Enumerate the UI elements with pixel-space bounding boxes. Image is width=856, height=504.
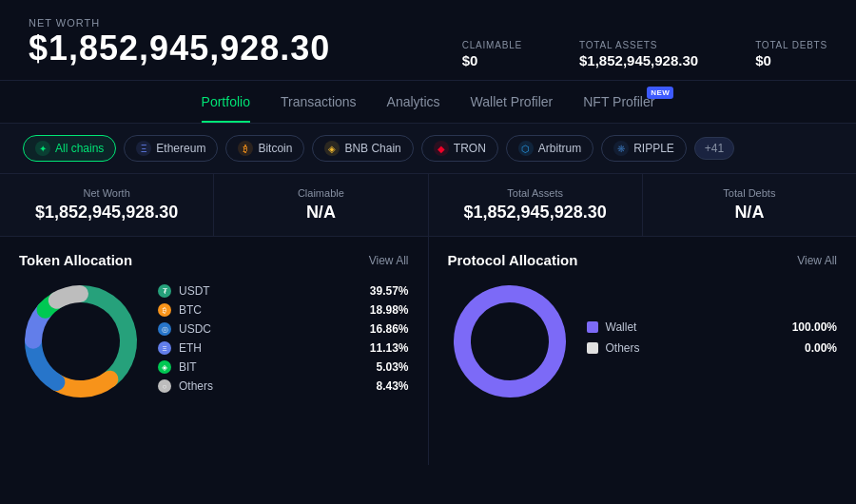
chain-btn-ethereum[interactable]: ΞEthereum (124, 135, 218, 162)
top-stats: CLAIMABLE$0TOTAL ASSETS$1,852,945,928.30… (462, 40, 827, 68)
protocol-dot (587, 321, 598, 333)
protocol-name: Others (606, 341, 773, 355)
legend-dot: ₿ (158, 303, 171, 317)
legend-item: Ξ ETH 11.13% (158, 341, 409, 355)
chain-btn-bitcoin[interactable]: ₿Bitcoin (225, 135, 304, 162)
legend-item: ○ Others 8.43% (158, 379, 409, 393)
protocol-legend-item: Wallet 100.00% (587, 320, 838, 334)
top-bar: NET WORTH $1,852,945,928.30 CLAIMABLE$0T… (0, 0, 856, 81)
top-stat-block: TOTAL DEBTS$0 (755, 40, 827, 68)
legend-name: BTC (179, 303, 354, 317)
legend-name: Others (179, 379, 354, 393)
top-stat-block: TOTAL ASSETS$1,852,945,928.30 (579, 40, 698, 68)
legend-dot: ◈ (158, 360, 171, 374)
token-chart-area: ₮ USDT 39.57% ₿ BTC 18.98% ◎ USDC 16.86%… (19, 280, 409, 403)
chain-icon: Ξ (136, 141, 151, 156)
legend-name: BIT (179, 360, 354, 374)
token-allocation-view-all[interactable]: View All (369, 254, 409, 267)
net-worth-value: $1,852,945,928.30 (29, 29, 330, 68)
legend-item: ₮ USDT 39.57% (158, 284, 409, 298)
token-legend: ₮ USDT 39.57% ₿ BTC 18.98% ◎ USDC 16.86%… (158, 284, 409, 398)
protocol-pct: 0.00% (780, 341, 837, 355)
protocol-allocation-panel: Protocol Allocation View All Wallet 100.… (429, 237, 857, 465)
protocol-pct: 100.00% (780, 320, 837, 334)
legend-pct: 16.86% (361, 322, 409, 336)
protocol-donut-chart (448, 280, 572, 403)
protocol-legend-item: Others 0.00% (587, 341, 838, 355)
legend-dot: ○ (158, 379, 171, 393)
chain-btn-arbitrum[interactable]: ⬡Arbitrum (506, 135, 593, 162)
legend-item: ◎ USDC 16.86% (158, 322, 409, 336)
protocol-name: Wallet (606, 320, 773, 334)
tab-transactions[interactable]: Transactions (281, 94, 357, 123)
tab-wallet-profiler[interactable]: Wallet Profiler (471, 94, 554, 123)
stats-cell: Total Assets$1,852,945,928.30 (429, 174, 643, 236)
tab-analytics[interactable]: Analytics (387, 94, 440, 123)
legend-pct: 39.57% (361, 284, 409, 298)
main-content: Token Allocation View All ₮ USDT 39.57% … (0, 237, 856, 465)
chain-icon: ✦ (35, 141, 50, 156)
tab-portfolio[interactable]: Portfolio (202, 94, 250, 123)
chain-icon: ⬡ (518, 141, 534, 156)
legend-item: ₿ BTC 18.98% (158, 303, 409, 317)
token-allocation-panel: Token Allocation View All ₮ USDT 39.57% … (0, 237, 429, 465)
chain-filters: ✦All chainsΞEthereum₿Bitcoin◈BNB Chain◆T… (0, 124, 856, 174)
stats-row: Net Worth$1,852,945,928.30ClaimableN/ATo… (0, 174, 856, 237)
tab-nft-profiler[interactable]: NFT ProfilerNEW (583, 94, 654, 123)
legend-pct: 5.03% (361, 360, 409, 374)
chain-more-btn[interactable]: +41 (694, 137, 734, 160)
legend-item: ◈ BIT 5.03% (158, 360, 409, 374)
stats-cell: Net Worth$1,852,945,928.30 (0, 174, 214, 236)
chain-btn-tron[interactable]: ◆TRON (421, 135, 498, 162)
token-allocation-title: Token Allocation (19, 252, 132, 268)
legend-name: USDT (179, 284, 354, 298)
top-stat-block: CLAIMABLE$0 (462, 40, 522, 68)
tabs-bar: PortfolioTransactionsAnalyticsWallet Pro… (0, 81, 856, 124)
legend-dot: Ξ (158, 341, 171, 355)
protocol-legend: Wallet 100.00% Others 0.00% (587, 320, 838, 362)
chain-btn-all-chains[interactable]: ✦All chains (23, 135, 116, 162)
token-donut-chart (19, 280, 143, 403)
chain-icon: ◈ (324, 141, 340, 156)
legend-dot: ◎ (158, 322, 171, 336)
protocol-chart-area: Wallet 100.00% Others 0.00% (448, 280, 838, 403)
chain-icon: ◆ (434, 141, 449, 156)
chain-btn-bnb-chain[interactable]: ◈BNB Chain (312, 135, 413, 162)
protocol-allocation-title: Protocol Allocation (448, 252, 578, 268)
chain-btn-ripple[interactable]: ❋RIPPLE (601, 135, 687, 162)
stats-cell: ClaimableN/A (214, 174, 428, 236)
legend-pct: 8.43% (361, 379, 409, 393)
legend-pct: 11.13% (361, 341, 409, 355)
protocol-dot (587, 342, 598, 354)
legend-name: ETH (179, 341, 354, 355)
legend-pct: 18.98% (361, 303, 409, 317)
chain-icon: ₿ (238, 141, 253, 156)
net-worth-label: NET WORTH (29, 17, 330, 29)
legend-name: USDC (179, 322, 354, 336)
chain-icon: ❋ (613, 141, 629, 156)
legend-dot: ₮ (158, 284, 171, 298)
stats-cell: Total DebtsN/A (643, 174, 856, 236)
protocol-allocation-view-all[interactable]: View All (797, 254, 837, 267)
